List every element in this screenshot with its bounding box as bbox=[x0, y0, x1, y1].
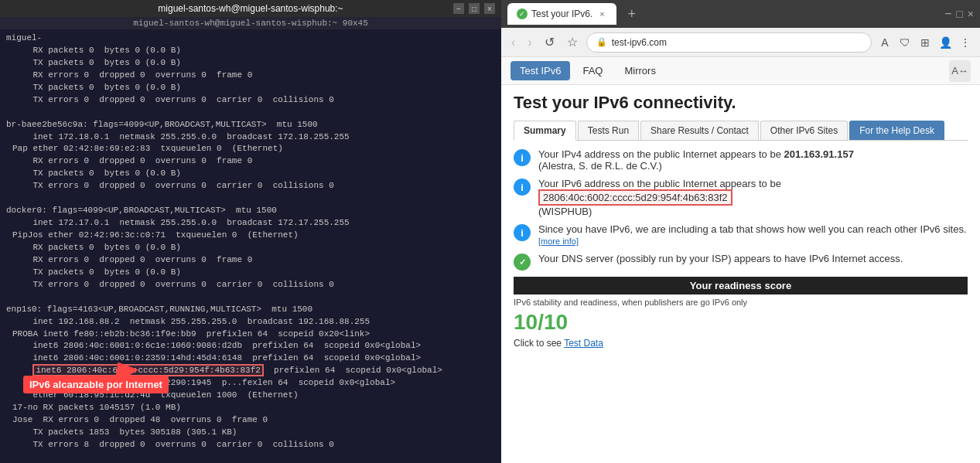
tab-share-results[interactable]: Share Results / Contact bbox=[640, 121, 759, 140]
info-card-ipv4: i Your IPv4 address on the public Intern… bbox=[514, 148, 968, 172]
terminal-titlebar: miguel-santos-wh@miguel-santos-wisphub:~… bbox=[0, 0, 501, 17]
terminal-line bbox=[6, 192, 495, 205]
info-card-tab-info: i Since you have IPv6, we are including … bbox=[514, 223, 968, 247]
terminal-line: PipJos ether 02:42:96:3c:c0:71 txqueuele… bbox=[6, 230, 495, 242]
new-tab-btn[interactable]: + bbox=[621, 6, 642, 22]
terminal-window: miguel-santos-wh@miguel-santos-wisphub:~… bbox=[0, 0, 501, 463]
terminal-line: Jose RX errors 0 dropped 48 overruns 0 f… bbox=[6, 414, 495, 427]
terminal-line: TX errors 0 dropped 0 overruns 0 carrier… bbox=[6, 279, 495, 291]
minimize-btn[interactable]: − bbox=[453, 3, 464, 14]
translate-btn[interactable]: A bbox=[876, 34, 893, 51]
site-nav-mirrors[interactable]: Mirrors bbox=[615, 61, 664, 80]
terminal-line: miguel- bbox=[6, 32, 495, 45]
tab-title: Test your IPv6. bbox=[531, 9, 592, 19]
terminal-line: RX errors 0 dropped 0 overruns 0 frame 0 bbox=[6, 155, 495, 168]
info-text-ipv6: Your IPv6 address on the public Internet… bbox=[538, 178, 781, 217]
terminal-title: miguel-santos-wh@miguel-santos-wisphub:~ bbox=[158, 3, 343, 14]
nav-icons: A 🛡 ⊞ 👤 ⋮ bbox=[876, 34, 974, 51]
terminal-line: inet6 2806:40c:6001:0:6c1e:1060:9086:d2d… bbox=[6, 340, 495, 352]
ipv6-address-highlight: inet6 2806:40c:6002:cccc:5d29:954f:4b63:… bbox=[32, 364, 263, 376]
browser-close-btn[interactable]: × bbox=[968, 8, 974, 20]
bookmark-btn[interactable]: ☆ bbox=[563, 33, 582, 51]
site-nav: Test IPv6 FAQ Mirrors A↔ bbox=[501, 57, 980, 85]
terminal-line: inet 172.17.0.1 netmask 255.255.0.0 broa… bbox=[6, 217, 495, 230]
tab-summary[interactable]: Summary bbox=[514, 121, 576, 141]
lock-icon: 🔒 bbox=[596, 37, 607, 47]
readiness-score: 10/10 bbox=[514, 310, 968, 335]
info-card-dns: ✓ Your DNS server (possibly run by your … bbox=[514, 253, 968, 271]
info-icon-tab: i bbox=[514, 224, 531, 241]
info-text-dns: Your DNS server (possibly run by your IS… bbox=[538, 253, 903, 264]
page-title: Test your IPv6 connectivity. bbox=[514, 93, 968, 113]
terminal-line bbox=[6, 107, 495, 119]
tab-tests-run[interactable]: Tests Run bbox=[578, 121, 639, 140]
terminal-line: TX packets 0 bytes 0 (0.0 B) bbox=[6, 168, 495, 180]
maximize-btn[interactable]: □ bbox=[469, 3, 480, 14]
ipv6-label-annotation: IPv6 alcanzable por Internet bbox=[23, 376, 169, 393]
browser-tab-active[interactable]: ✓ Test your IPv6. × bbox=[507, 3, 616, 25]
terminal-line: TX errors 8 dropped 0 overruns 0 carrier… bbox=[6, 439, 495, 451]
readiness-bar: Your readiness score bbox=[514, 277, 968, 294]
terminal-line: RX packets 0 bytes 0 (0.0 B) bbox=[6, 242, 495, 254]
page-body: Test your IPv6 connectivity. Summary Tes… bbox=[501, 85, 980, 356]
terminal-line: RX errors 0 dropped 0 overruns 0 frame 0 bbox=[6, 70, 495, 82]
close-btn[interactable]: × bbox=[484, 3, 495, 14]
address-bar[interactable]: 🔒 test-ipv6.com bbox=[586, 32, 872, 53]
info-icon-dns: ✓ bbox=[514, 254, 531, 271]
extensions-btn[interactable]: ⊞ bbox=[917, 34, 934, 51]
terminal-line: Pap ether 02:42:8e:69:e2:83 txqueuelen 0… bbox=[6, 143, 495, 155]
terminal-line bbox=[6, 451, 495, 452]
terminal-line: TX errors 0 dropped 0 overruns 0 carrier… bbox=[6, 94, 495, 107]
site-nav-test-ipv6[interactable]: Test IPv6 bbox=[510, 61, 570, 80]
terminal-line: TX packets 1853 bytes 305188 (305.1 KB) bbox=[6, 427, 495, 439]
shield-btn[interactable]: 🛡 bbox=[896, 34, 913, 51]
terminal-line: inet 172.18.0.1 netmask 255.255.0.0 broa… bbox=[6, 131, 495, 144]
click-test-label: Click to see bbox=[514, 338, 562, 349]
terminal-line bbox=[6, 291, 495, 304]
terminal-line: inet6 2806:40c:6001:0:2359:14hd:45d4:614… bbox=[6, 352, 495, 365]
site-nav-faq[interactable]: FAQ bbox=[573, 61, 612, 80]
terminal-line: inet 192.168.88.2 netmask 255.255.255.0 … bbox=[6, 316, 495, 329]
terminal-line: enp1s0: flags=4163<UP,BROADCAST,RUNNING,… bbox=[6, 304, 495, 316]
content-tabs: Summary Tests Run Share Results / Contac… bbox=[514, 121, 968, 141]
browser-window: ✓ Test your IPv6. × + − □ × ‹ › ↺ ☆ 🔒 te… bbox=[501, 0, 980, 463]
browser-maximize-btn[interactable]: □ bbox=[956, 8, 962, 20]
browser-titlebar: ✓ Test your IPv6. × + − □ × bbox=[501, 0, 980, 28]
terminal-line: docker0: flags=4099<UP,BROADCAST,MULTICA… bbox=[6, 205, 495, 217]
terminal-line: TX packets 0 bytes 0 (0.0 B) bbox=[6, 82, 495, 94]
page-content: Test IPv6 FAQ Mirrors A↔ Test your IPv6 … bbox=[501, 57, 980, 463]
terminal-line: TX packets 0 bytes 0 (0.0 B) bbox=[6, 267, 495, 279]
info-icon-ipv6: i bbox=[514, 179, 531, 196]
reload-btn[interactable]: ↺ bbox=[541, 33, 558, 51]
info-icon-ipv4: i bbox=[514, 149, 531, 166]
test-data-link[interactable]: Test Data bbox=[564, 338, 603, 349]
back-btn[interactable]: ‹ bbox=[507, 34, 519, 51]
tab-close-btn[interactable]: × bbox=[596, 9, 607, 19]
browser-minimize-btn[interactable]: − bbox=[944, 7, 951, 21]
window-controls: − □ × bbox=[453, 3, 495, 14]
menu-btn[interactable]: ⋮ bbox=[957, 34, 974, 51]
info-text-ipv4: Your IPv4 address on the public Internet… bbox=[538, 148, 854, 172]
terminal-line: TX errors 0 dropped 0 overruns 0 carrier… bbox=[6, 180, 495, 192]
info-card-ipv6: i Your IPv6 address on the public Intern… bbox=[514, 178, 968, 217]
click-test-row: Click to see Test Data bbox=[514, 338, 968, 349]
readiness-subtext: IPv6 stability and readiness, when publi… bbox=[514, 298, 968, 307]
profile-btn[interactable]: 👤 bbox=[937, 34, 954, 51]
page-translate-icon[interactable]: A↔ bbox=[949, 60, 971, 82]
terminal-line: PROBA inet6 fe80::eb2b:bc36:1f9e:bb9 pre… bbox=[6, 329, 495, 341]
tab-other-ipv6[interactable]: Other IPv6 Sites bbox=[760, 121, 848, 140]
ipv6-address-display: 2806:40c:6002:cccc:5d29:954f:4b63:83f2 bbox=[538, 189, 732, 206]
forward-btn[interactable]: › bbox=[524, 34, 535, 51]
browser-navbar: ‹ › ↺ ☆ 🔒 test-ipv6.com A 🛡 ⊞ 👤 ⋮ bbox=[501, 28, 980, 57]
terminal-subtitle: miguel-santos-wh@miguel-santos-wisphub:~… bbox=[0, 17, 501, 29]
more-info-link[interactable]: [more info] bbox=[538, 237, 579, 246]
url-text: test-ipv6.com bbox=[612, 37, 862, 48]
terminal-line: TX packets 0 bytes 0 (0.0 B) bbox=[6, 57, 495, 70]
terminal-line: RX errors 0 dropped 0 overruns 0 frame 0 bbox=[6, 254, 495, 267]
info-text-tab: Since you have IPv6, we are including a … bbox=[538, 223, 968, 247]
terminal-line: br-baee2be56c9a: flags=4099<UP,BROADCAST… bbox=[6, 119, 495, 131]
tab-help-desk[interactable]: For the Help Desk bbox=[849, 121, 944, 140]
terminal-line: RX packets 0 bytes 0 (0.0 B) bbox=[6, 45, 495, 57]
tab-favicon: ✓ bbox=[517, 9, 528, 19]
terminal-line: 17-no RX packets 1045157 (1.0 MB) bbox=[6, 402, 495, 414]
